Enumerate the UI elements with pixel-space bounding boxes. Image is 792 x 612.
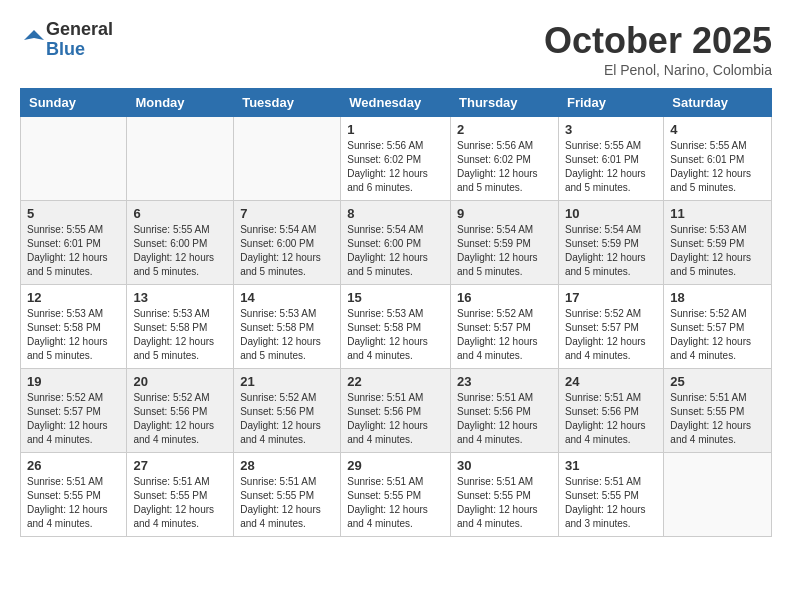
- calendar-day-cell: 28Sunrise: 5:51 AM Sunset: 5:55 PM Dayli…: [234, 453, 341, 537]
- weekday-header-monday: Monday: [127, 89, 234, 117]
- day-number: 21: [240, 374, 334, 389]
- calendar-day-cell: [21, 117, 127, 201]
- weekday-header-sunday: Sunday: [21, 89, 127, 117]
- day-number: 18: [670, 290, 765, 305]
- calendar-day-cell: 31Sunrise: 5:51 AM Sunset: 5:55 PM Dayli…: [558, 453, 663, 537]
- calendar-day-cell: 18Sunrise: 5:52 AM Sunset: 5:57 PM Dayli…: [664, 285, 772, 369]
- day-number: 16: [457, 290, 552, 305]
- calendar-day-cell: 1Sunrise: 5:56 AM Sunset: 6:02 PM Daylig…: [341, 117, 451, 201]
- weekday-header-friday: Friday: [558, 89, 663, 117]
- day-info: Sunrise: 5:55 AM Sunset: 6:01 PM Dayligh…: [565, 139, 657, 195]
- calendar-day-cell: 30Sunrise: 5:51 AM Sunset: 5:55 PM Dayli…: [451, 453, 559, 537]
- calendar-day-cell: 9Sunrise: 5:54 AM Sunset: 5:59 PM Daylig…: [451, 201, 559, 285]
- day-info: Sunrise: 5:52 AM Sunset: 5:57 PM Dayligh…: [457, 307, 552, 363]
- calendar-day-cell: [127, 117, 234, 201]
- calendar-day-cell: 3Sunrise: 5:55 AM Sunset: 6:01 PM Daylig…: [558, 117, 663, 201]
- day-number: 20: [133, 374, 227, 389]
- day-number: 4: [670, 122, 765, 137]
- logo-blue: Blue: [46, 40, 113, 60]
- calendar-week-row: 26Sunrise: 5:51 AM Sunset: 5:55 PM Dayli…: [21, 453, 772, 537]
- calendar-day-cell: 12Sunrise: 5:53 AM Sunset: 5:58 PM Dayli…: [21, 285, 127, 369]
- day-info: Sunrise: 5:56 AM Sunset: 6:02 PM Dayligh…: [347, 139, 444, 195]
- day-number: 3: [565, 122, 657, 137]
- day-number: 9: [457, 206, 552, 221]
- month-title: October 2025: [544, 20, 772, 62]
- day-info: Sunrise: 5:55 AM Sunset: 6:00 PM Dayligh…: [133, 223, 227, 279]
- logo-text: General Blue: [46, 20, 113, 60]
- day-number: 12: [27, 290, 120, 305]
- day-info: Sunrise: 5:54 AM Sunset: 6:00 PM Dayligh…: [240, 223, 334, 279]
- day-info: Sunrise: 5:51 AM Sunset: 5:55 PM Dayligh…: [670, 391, 765, 447]
- day-info: Sunrise: 5:51 AM Sunset: 5:56 PM Dayligh…: [565, 391, 657, 447]
- calendar-day-cell: 20Sunrise: 5:52 AM Sunset: 5:56 PM Dayli…: [127, 369, 234, 453]
- calendar-day-cell: 26Sunrise: 5:51 AM Sunset: 5:55 PM Dayli…: [21, 453, 127, 537]
- day-number: 14: [240, 290, 334, 305]
- calendar-day-cell: 13Sunrise: 5:53 AM Sunset: 5:58 PM Dayli…: [127, 285, 234, 369]
- day-number: 29: [347, 458, 444, 473]
- calendar-week-row: 12Sunrise: 5:53 AM Sunset: 5:58 PM Dayli…: [21, 285, 772, 369]
- day-info: Sunrise: 5:51 AM Sunset: 5:55 PM Dayligh…: [27, 475, 120, 531]
- calendar-day-cell: 21Sunrise: 5:52 AM Sunset: 5:56 PM Dayli…: [234, 369, 341, 453]
- calendar-day-cell: 27Sunrise: 5:51 AM Sunset: 5:55 PM Dayli…: [127, 453, 234, 537]
- day-number: 19: [27, 374, 120, 389]
- day-number: 6: [133, 206, 227, 221]
- day-number: 1: [347, 122, 444, 137]
- weekday-header-row: SundayMondayTuesdayWednesdayThursdayFrid…: [21, 89, 772, 117]
- calendar: SundayMondayTuesdayWednesdayThursdayFrid…: [20, 88, 772, 537]
- day-number: 2: [457, 122, 552, 137]
- day-number: 30: [457, 458, 552, 473]
- calendar-body: 1Sunrise: 5:56 AM Sunset: 6:02 PM Daylig…: [21, 117, 772, 537]
- day-info: Sunrise: 5:53 AM Sunset: 5:59 PM Dayligh…: [670, 223, 765, 279]
- day-number: 8: [347, 206, 444, 221]
- day-info: Sunrise: 5:56 AM Sunset: 6:02 PM Dayligh…: [457, 139, 552, 195]
- day-info: Sunrise: 5:51 AM Sunset: 5:56 PM Dayligh…: [457, 391, 552, 447]
- day-number: 17: [565, 290, 657, 305]
- location: El Penol, Narino, Colombia: [544, 62, 772, 78]
- day-info: Sunrise: 5:51 AM Sunset: 5:55 PM Dayligh…: [565, 475, 657, 531]
- title-block: October 2025 El Penol, Narino, Colombia: [544, 20, 772, 78]
- logo: General Blue: [20, 20, 113, 60]
- day-number: 28: [240, 458, 334, 473]
- calendar-day-cell: 8Sunrise: 5:54 AM Sunset: 6:00 PM Daylig…: [341, 201, 451, 285]
- calendar-week-row: 5Sunrise: 5:55 AM Sunset: 6:01 PM Daylig…: [21, 201, 772, 285]
- page-header: General Blue October 2025 El Penol, Nari…: [20, 20, 772, 78]
- calendar-day-cell: [664, 453, 772, 537]
- day-number: 13: [133, 290, 227, 305]
- day-number: 11: [670, 206, 765, 221]
- day-info: Sunrise: 5:51 AM Sunset: 5:55 PM Dayligh…: [457, 475, 552, 531]
- day-number: 31: [565, 458, 657, 473]
- day-info: Sunrise: 5:55 AM Sunset: 6:01 PM Dayligh…: [27, 223, 120, 279]
- calendar-day-cell: 17Sunrise: 5:52 AM Sunset: 5:57 PM Dayli…: [558, 285, 663, 369]
- calendar-day-cell: 15Sunrise: 5:53 AM Sunset: 5:58 PM Dayli…: [341, 285, 451, 369]
- day-info: Sunrise: 5:52 AM Sunset: 5:57 PM Dayligh…: [27, 391, 120, 447]
- svg-marker-0: [24, 30, 44, 40]
- calendar-week-row: 19Sunrise: 5:52 AM Sunset: 5:57 PM Dayli…: [21, 369, 772, 453]
- calendar-day-cell: [234, 117, 341, 201]
- day-number: 24: [565, 374, 657, 389]
- weekday-header-thursday: Thursday: [451, 89, 559, 117]
- day-info: Sunrise: 5:51 AM Sunset: 5:56 PM Dayligh…: [347, 391, 444, 447]
- weekday-header-saturday: Saturday: [664, 89, 772, 117]
- calendar-header: SundayMondayTuesdayWednesdayThursdayFrid…: [21, 89, 772, 117]
- weekday-header-wednesday: Wednesday: [341, 89, 451, 117]
- calendar-day-cell: 22Sunrise: 5:51 AM Sunset: 5:56 PM Dayli…: [341, 369, 451, 453]
- day-info: Sunrise: 5:54 AM Sunset: 6:00 PM Dayligh…: [347, 223, 444, 279]
- day-number: 7: [240, 206, 334, 221]
- day-info: Sunrise: 5:52 AM Sunset: 5:56 PM Dayligh…: [133, 391, 227, 447]
- day-info: Sunrise: 5:53 AM Sunset: 5:58 PM Dayligh…: [240, 307, 334, 363]
- day-info: Sunrise: 5:54 AM Sunset: 5:59 PM Dayligh…: [565, 223, 657, 279]
- calendar-day-cell: 23Sunrise: 5:51 AM Sunset: 5:56 PM Dayli…: [451, 369, 559, 453]
- day-info: Sunrise: 5:54 AM Sunset: 5:59 PM Dayligh…: [457, 223, 552, 279]
- calendar-day-cell: 5Sunrise: 5:55 AM Sunset: 6:01 PM Daylig…: [21, 201, 127, 285]
- day-info: Sunrise: 5:51 AM Sunset: 5:55 PM Dayligh…: [133, 475, 227, 531]
- day-number: 27: [133, 458, 227, 473]
- calendar-day-cell: 2Sunrise: 5:56 AM Sunset: 6:02 PM Daylig…: [451, 117, 559, 201]
- calendar-day-cell: 4Sunrise: 5:55 AM Sunset: 6:01 PM Daylig…: [664, 117, 772, 201]
- day-number: 22: [347, 374, 444, 389]
- day-info: Sunrise: 5:51 AM Sunset: 5:55 PM Dayligh…: [347, 475, 444, 531]
- logo-icon: [22, 28, 46, 52]
- day-info: Sunrise: 5:51 AM Sunset: 5:55 PM Dayligh…: [240, 475, 334, 531]
- day-number: 25: [670, 374, 765, 389]
- logo-general: General: [46, 20, 113, 40]
- weekday-header-tuesday: Tuesday: [234, 89, 341, 117]
